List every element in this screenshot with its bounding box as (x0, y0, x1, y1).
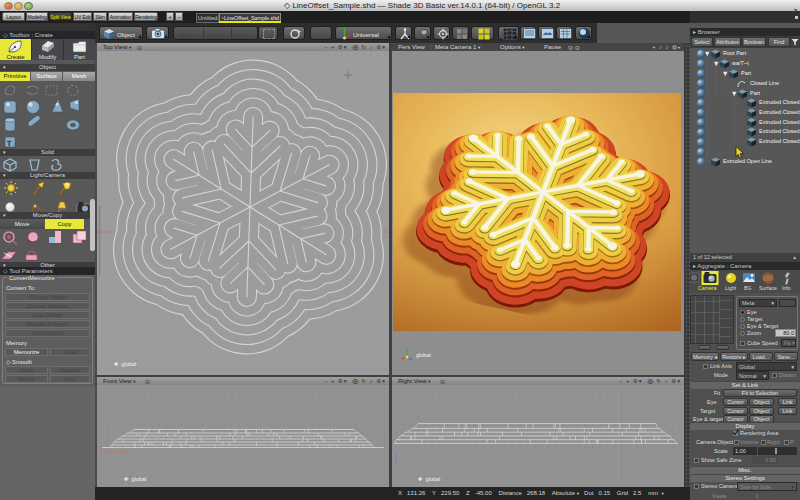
svg-text:T: T (7, 140, 12, 147)
